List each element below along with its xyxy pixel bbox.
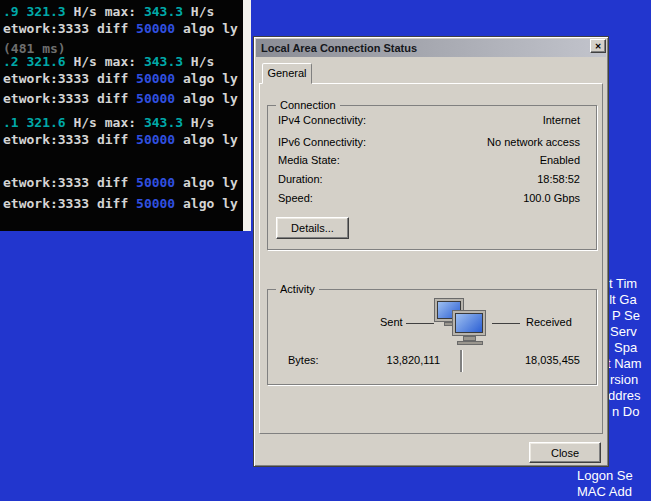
desktop: .9 321.3 H/s max: 343.3 H/setwork:3333 d… [0, 0, 651, 501]
terminal-window[interactable]: .9 321.3 H/s max: 343.3 H/setwork:3333 d… [0, 0, 251, 231]
terminal-line: etwork:3333 diff 50000 algo ly [3, 22, 238, 36]
sent-label: Sent [380, 316, 403, 328]
connection-groupbox: Connection IPv4 Connectivity: Internet I… [267, 105, 597, 250]
terminal-line: etwork:3333 diff 50000 algo ly [3, 176, 238, 190]
bytes-divider [460, 350, 462, 372]
tab-general[interactable]: General [262, 63, 312, 84]
bginfo-text-fragment: Spa [614, 340, 637, 355]
activity-groupbox: Activity Sent Received Bytes: 13,820,111… [267, 289, 597, 385]
bginfo-text-fragment: n Do [612, 404, 639, 419]
close-icon: ✕ [595, 42, 602, 51]
activity-group-label: Activity [276, 283, 319, 295]
monitor-front-icon [452, 310, 486, 336]
media-state-label: Media State: [278, 154, 340, 166]
bginfo-text-fragment: Logon Se [577, 468, 633, 483]
close-button-label: Close [551, 447, 579, 459]
received-label: Received [526, 316, 572, 328]
local-area-connection-status-dialog: Local Area Connection Status ✕ General C… [253, 36, 609, 467]
speed-value: 100.0 Gbps [523, 192, 580, 204]
terminal-line: etwork:3333 diff 50000 algo ly [3, 133, 238, 147]
bginfo-text-fragment: t Nam [607, 356, 642, 371]
terminal-output: .9 321.3 H/s max: 343.3 H/setwork:3333 d… [0, 0, 243, 231]
terminal-line: etwork:3333 diff 50000 algo ly [3, 72, 238, 86]
bytes-received-value: 18,035,455 [478, 354, 580, 366]
terminal-line: .2 321.6 H/s max: 343.3 H/s [3, 55, 214, 69]
duration-label: Duration: [278, 173, 323, 185]
duration-value: 18:58:52 [537, 173, 580, 185]
bginfo-text-fragment: MAC Add [577, 484, 632, 499]
terminal-line: etwork:3333 diff 50000 algo ly [3, 92, 238, 106]
bytes-sent-value: 13,820,111 [338, 354, 440, 366]
network-computers-icon [434, 298, 492, 350]
ipv4-connectivity-label: IPv4 Connectivity: [278, 114, 366, 126]
ipv4-connectivity-value: Internet [543, 114, 580, 126]
bginfo-text-fragment: Serv [610, 324, 637, 339]
bginfo-text-fragment: rsion [610, 372, 638, 387]
ipv6-connectivity-label: IPv6 Connectivity: [278, 136, 366, 148]
bginfo-text-fragment: t Tim [609, 276, 637, 291]
bytes-label: Bytes: [288, 354, 319, 366]
terminal-line: .1 321.6 H/s max: 343.3 H/s [3, 116, 214, 130]
dialog-title: Local Area Connection Status [261, 42, 417, 54]
bginfo-text-fragment: P Se [612, 308, 640, 323]
details-button[interactable]: Details... [276, 217, 349, 239]
connection-group-label: Connection [276, 99, 340, 111]
terminal-line: .9 321.3 H/s max: 343.3 H/s [3, 5, 214, 19]
dialog-titlebar[interactable]: Local Area Connection Status [256, 39, 606, 57]
ipv6-connectivity-value: No network access [487, 136, 580, 148]
close-button[interactable]: Close [529, 442, 601, 463]
speed-label: Speed: [278, 192, 313, 204]
terminal-line: etwork:3333 diff 50000 algo ly [3, 197, 238, 211]
sent-connector-line [406, 323, 434, 324]
bginfo-text-fragment: ddres [608, 388, 641, 403]
terminal-scrollbar[interactable] [243, 0, 251, 231]
received-connector-line [492, 323, 520, 324]
titlebar-close-button[interactable]: ✕ [590, 39, 606, 53]
media-state-value: Enabled [540, 154, 580, 166]
